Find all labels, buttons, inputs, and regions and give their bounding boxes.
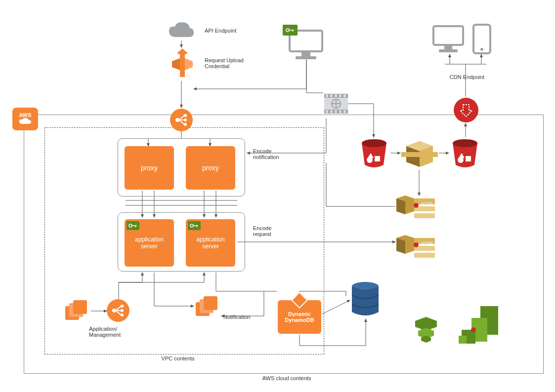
client-mobile-icon	[471, 24, 492, 55]
svg-point-92	[480, 48, 483, 51]
proxy-instance-2: proxy	[186, 146, 235, 190]
svg-rect-62	[326, 94, 328, 97]
svg-rect-55	[296, 56, 316, 59]
proxy1-label: proxy	[141, 164, 158, 172]
notification-label: Notification	[223, 314, 258, 320]
proxy-instance-1: proxy	[125, 146, 174, 190]
svg-point-113	[471, 327, 476, 332]
http-badge-2: HTTP	[421, 241, 433, 246]
key-credential-icon	[283, 25, 298, 36]
cdn-endpoint-label: CDN Endpoint	[445, 74, 489, 80]
svg-rect-54	[301, 52, 310, 56]
svg-marker-26	[185, 58, 193, 70]
load-balancer-icon	[170, 109, 193, 131]
svg-point-34	[129, 224, 132, 227]
http-badge-1: HTTP	[421, 201, 433, 206]
vpc-contents-label: VPC contents	[153, 355, 203, 361]
svg-rect-69	[335, 110, 337, 113]
dynamo-label: Dynamic DynamoDB	[285, 311, 314, 323]
svg-line-33	[179, 120, 184, 124]
svg-line-44	[116, 306, 121, 311]
svg-rect-89	[444, 46, 452, 49]
instances-icon	[65, 300, 89, 324]
api-endpoint-label: API Endpoint	[205, 28, 244, 34]
key-credential-icon	[188, 221, 201, 230]
svg-rect-70	[339, 110, 342, 113]
svg-rect-68	[330, 110, 333, 113]
aws-badge-label: AWS	[19, 112, 31, 118]
svg-rect-63	[330, 94, 333, 97]
client-desktop-icon	[431, 25, 466, 54]
svg-point-37	[190, 224, 193, 227]
svg-marker-24	[177, 48, 188, 55]
svg-point-56	[286, 29, 289, 32]
load-balancer-icon	[107, 299, 129, 322]
svg-line-46	[116, 311, 121, 315]
svg-marker-25	[172, 58, 180, 70]
svg-rect-67	[326, 110, 328, 113]
svg-rect-86	[466, 156, 471, 161]
svg-rect-77	[375, 156, 380, 161]
svg-rect-112	[459, 336, 467, 344]
svg-rect-65	[339, 94, 342, 97]
request-upload-credential-label: Request Upload Credential	[205, 57, 254, 69]
svg-rect-64	[335, 94, 337, 97]
svg-rect-103	[414, 253, 435, 258]
svg-rect-90	[439, 49, 458, 52]
svg-rect-52	[204, 296, 217, 310]
svg-point-75	[362, 139, 386, 147]
svg-point-84	[453, 139, 477, 147]
svg-point-40	[112, 309, 116, 313]
sns-topic-icon	[396, 196, 435, 222]
s3-bucket-icon	[450, 138, 480, 169]
database-icon	[351, 281, 380, 318]
s3-bucket-icon	[359, 138, 389, 169]
svg-rect-88	[433, 26, 463, 45]
instances-icon	[196, 296, 219, 320]
svg-rect-83	[401, 152, 438, 157]
sns-topic-icon	[396, 235, 435, 262]
app2-label: application server	[196, 236, 224, 250]
key-credential-icon	[127, 221, 139, 230]
sts-token-service-icon	[172, 48, 193, 80]
svg-rect-66	[343, 94, 346, 97]
svg-line-31	[179, 116, 184, 120]
aws-cloud-contents-label: AWS cloud contents	[247, 375, 326, 381]
svg-rect-71	[343, 110, 346, 113]
app1-label: application server	[135, 236, 163, 250]
application-management-label: Application/ Management	[89, 326, 133, 338]
video-media-icon	[324, 94, 348, 114]
svg-point-98	[414, 203, 419, 208]
cloud-icon	[168, 22, 195, 40]
proxy2-label: proxy	[202, 164, 219, 172]
cloudfront-icon	[454, 98, 478, 122]
aws-cloud-icon: AWS	[12, 108, 38, 130]
svg-rect-49	[73, 300, 87, 314]
encode-notification-label: Encode notification	[253, 148, 293, 160]
elastic-beanstalk-icon	[412, 316, 440, 343]
svg-rect-97	[414, 213, 435, 218]
svg-point-27	[175, 118, 179, 122]
encode-request-label: Encode request	[253, 225, 288, 237]
svg-point-104	[414, 242, 419, 247]
elastic-transcoder-icon	[401, 139, 438, 169]
cloudwatch-icon	[459, 306, 500, 345]
